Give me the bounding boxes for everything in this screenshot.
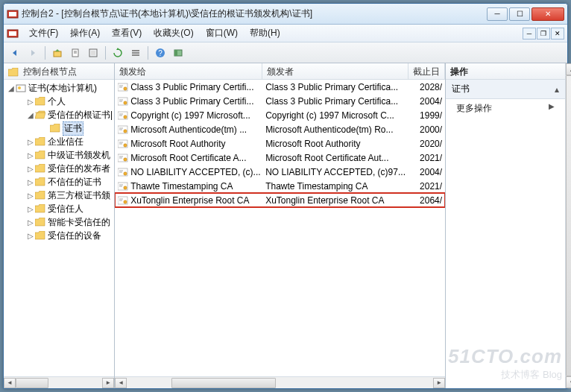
expand-icon[interactable]: ▷ [26, 138, 35, 146]
actions-section-header[interactable]: 证书 ▴ [446, 80, 565, 99]
svg-point-40 [124, 157, 127, 160]
scroll-up-button[interactable]: ▲ [566, 63, 571, 75]
tree-header[interactable]: 控制台根节点 [4, 63, 114, 80]
tree-horizontal-scrollbar[interactable]: ◄ ► [4, 376, 114, 388]
cell-issued-to: Microsoft Root Authority [115, 139, 262, 149]
tree-item[interactable]: ▷第三方根证书颁 [4, 189, 114, 202]
cell-issued-by: Microsoft Authenticode(tm) Ro... [262, 124, 408, 135]
scroll-right-button[interactable]: ► [433, 378, 445, 388]
list-header: 颁发给 颁发者 截止日 [115, 63, 445, 80]
column-header-expiration[interactable]: 截止日 [408, 63, 445, 79]
cell-issued-by: NO LIABILITY ACCEPTED, (c)97... [262, 167, 408, 177]
collapse-icon[interactable]: ◢ [26, 111, 35, 119]
cell-issued-to: Microsoft Authenticode(tm) ... [115, 124, 262, 135]
svg-point-36 [124, 143, 127, 146]
tree-item[interactable]: 证书 [4, 121, 114, 135]
svg-point-48 [124, 186, 127, 189]
svg-text:?: ? [158, 49, 163, 57]
table-row[interactable]: Thawte Timestamping CA Thawte Timestampi… [115, 179, 445, 193]
scroll-left-button[interactable]: ◄ [4, 378, 16, 388]
cell-expiration: 2021/ [408, 153, 445, 163]
show-hide-button[interactable] [170, 45, 186, 61]
minimize-button[interactable]: ─ [487, 7, 508, 21]
actions-vertical-scrollbar[interactable]: ▲ ▼ [565, 63, 571, 388]
table-row[interactable]: Copyright (c) 1997 Microsoft... Copyrigh… [115, 108, 445, 122]
tree-item[interactable]: ▷受信任的设备 [4, 229, 114, 242]
list-body[interactable]: Class 3 Public Primary Certifi... Class … [115, 80, 445, 376]
table-row[interactable]: Microsoft Authenticode(tm) ... Microsoft… [115, 122, 445, 136]
table-row[interactable]: Microsoft Root Certificate A... Microsof… [115, 151, 445, 165]
cell-issued-by: Microsoft Root Certificate Aut... [262, 153, 408, 163]
expand-icon[interactable]: ▷ [26, 232, 35, 240]
table-row[interactable]: Class 3 Public Primary Certifi... Class … [115, 80, 445, 94]
table-row[interactable]: Class 3 Public Primary Certifi... Class … [115, 94, 445, 108]
mdi-restore-button[interactable]: ❐ [537, 28, 550, 39]
svg-rect-3 [9, 31, 16, 36]
expand-icon[interactable]: ▷ [26, 192, 35, 200]
export-button[interactable] [85, 45, 101, 61]
tree-item-label: 不信任的证书 [48, 176, 101, 189]
expand-icon[interactable]: ▷ [26, 165, 35, 173]
expand-icon[interactable]: ▷ [26, 178, 35, 186]
list-button[interactable] [127, 45, 144, 61]
expand-icon[interactable]: ▷ [26, 205, 35, 213]
column-header-issued-to[interactable]: 颁发给 [115, 63, 262, 79]
console-icon [7, 28, 19, 39]
refresh-button[interactable] [110, 45, 126, 61]
expand-icon[interactable]: ▷ [26, 98, 35, 106]
tree-item[interactable]: ▷个人 [4, 95, 114, 108]
scroll-left-button[interactable]: ◄ [115, 378, 127, 388]
tree-item-label: 第三方根证书颁 [48, 189, 110, 202]
forward-button[interactable] [25, 45, 41, 61]
up-folder-button[interactable] [49, 45, 66, 61]
help-button[interactable]: ? [152, 45, 168, 61]
properties-button[interactable] [67, 45, 83, 61]
svg-rect-12 [132, 54, 139, 56]
action-more[interactable]: 更多操作 ▶ [446, 99, 565, 118]
table-row[interactable]: NO LIABILITY ACCEPTED, (c)... NO LIABILI… [115, 165, 445, 179]
scroll-thumb[interactable] [171, 378, 276, 388]
window-title: 控制台2 - [控制台根节点\证书(本地计算机)\受信任的根证书颁发机构\证书] [22, 7, 487, 20]
tree-item[interactable]: ▷受信任人 [4, 202, 114, 215]
mdi-minimize-button[interactable]: ─ [523, 28, 536, 39]
tree-item[interactable]: ▷不信任的证书 [4, 175, 114, 189]
table-row[interactable]: XuTonglin Enterprise Root CA XuTonglin E… [115, 193, 445, 207]
cell-issued-by: Class 3 Public Primary Certifica... [262, 82, 408, 92]
tree-body[interactable]: ◢ 证书(本地计算机) ▷个人◢受信任的根证书|证书▷企业信任▷中级证书颁发机▷… [4, 80, 114, 376]
expand-icon[interactable]: ▷ [26, 218, 35, 227]
tree-item-label: 受信任的根证书| [48, 109, 113, 121]
table-row[interactable]: Microsoft Root Authority Microsoft Root … [115, 136, 445, 151]
tree-item[interactable]: ▷企业信任 [4, 135, 114, 148]
menu-favorites[interactable]: 收藏夹(O) [148, 25, 199, 41]
svg-rect-16 [174, 50, 177, 56]
tree-item-label: 证书 [63, 121, 83, 136]
cell-issued-to: Copyright (c) 1997 Microsoft... [115, 110, 262, 121]
collapse-icon[interactable]: ◢ [7, 84, 16, 92]
tree-item-certificates-root[interactable]: ◢ 证书(本地计算机) [4, 81, 114, 95]
column-header-issued-by[interactable]: 颁发者 [262, 63, 408, 79]
close-button[interactable]: ✕ [531, 7, 564, 21]
scroll-right-button[interactable]: ► [102, 378, 114, 388]
menu-view[interactable]: 查看(V) [106, 25, 148, 41]
mdi-close-button[interactable]: ✕ [551, 28, 564, 39]
maximize-button[interactable]: ☐ [509, 7, 530, 21]
tree-item[interactable]: ◢受信任的根证书| [4, 108, 114, 121]
collapse-icon[interactable]: ▴ [555, 84, 559, 95]
menu-window[interactable]: 窗口(W) [200, 25, 244, 41]
expand-icon[interactable]: ▷ [26, 151, 35, 159]
menu-help[interactable]: 帮助(H) [244, 25, 286, 41]
back-button[interactable] [7, 45, 23, 61]
menu-action[interactable]: 操作(A) [64, 25, 106, 41]
menu-file[interactable]: 文件(F) [23, 25, 64, 41]
scroll-thumb[interactable] [16, 378, 48, 388]
toolbar-separator [45, 46, 45, 60]
tree-item[interactable]: ▷智能卡受信任的 [4, 215, 114, 229]
tree-item[interactable]: ▷中级证书颁发机 [4, 148, 114, 162]
scroll-down-button[interactable]: ▼ [566, 376, 571, 388]
list-horizontal-scrollbar[interactable]: ◄ ► [115, 376, 445, 388]
actions-header: 操作 [446, 63, 565, 80]
svg-point-44 [124, 171, 127, 174]
tree-item[interactable]: ▷受信任的发布者 [4, 162, 114, 175]
scroll-thumb[interactable] [566, 75, 571, 376]
window-controls: ─ ☐ ✕ [487, 7, 564, 21]
